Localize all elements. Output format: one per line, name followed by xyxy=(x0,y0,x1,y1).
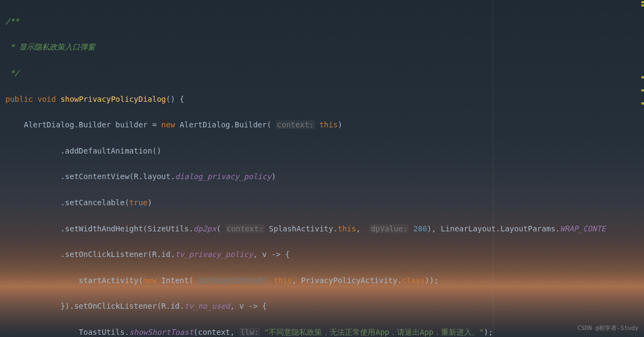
code-line[interactable]: public void showPrivacyPolicyDialog() { xyxy=(0,93,644,106)
code-line[interactable]: }).setOnClickListener(R.id.tv_no_used, v… xyxy=(0,300,644,313)
doc-comment-text: * 显示隐私政策入口弹窗 xyxy=(5,42,95,51)
code-line[interactable]: .setContentView(R.layout.dialog_privacy_… xyxy=(0,170,644,183)
code-line[interactable]: startActivity(new Intent( packageContext… xyxy=(0,274,644,287)
gutter-marks xyxy=(641,0,644,337)
code-line[interactable]: ToastUtils.showShortToast(context, llw: … xyxy=(0,326,644,337)
watermark: CSDN @初学者-Study xyxy=(578,323,639,334)
code-line[interactable]: .addDefaultAnimation() xyxy=(0,145,644,158)
doc-comment: /** xyxy=(5,17,19,26)
code-line[interactable]: .setWidthAndHeight(SizeUtils.dp2px( cont… xyxy=(0,223,644,236)
doc-comment-close: */ xyxy=(5,69,19,77)
code-line[interactable]: AlertDialog.Builder builder = new AlertD… xyxy=(0,119,644,132)
code-editor[interactable]: /** * 显示隐私政策入口弹窗 */ public void showPriv… xyxy=(0,0,644,337)
code-line[interactable]: .setOnClickListener(R.id.tv_privacy_poli… xyxy=(0,248,644,261)
code-line[interactable]: .setCancelable(true) xyxy=(0,197,644,210)
